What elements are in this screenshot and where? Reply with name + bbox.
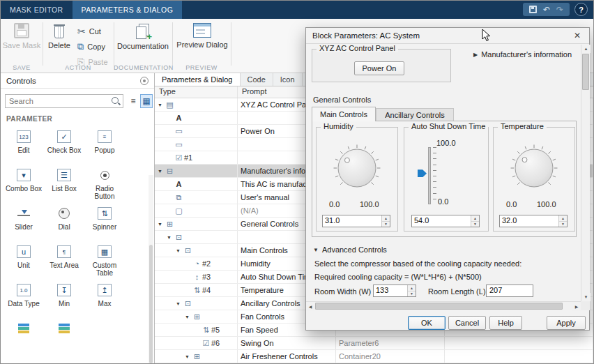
delete-button[interactable]: Delete [44,23,75,50]
parameter-section-label: PARAMETER [6,115,52,123]
palette-item-check-box[interactable]: ✓Check Box [44,126,84,165]
scroll-right-icon[interactable]: ▶ [572,302,581,311]
expand-arrow-icon[interactable]: ▼ [158,222,165,227]
row-type-cell: ▼⊟ [155,165,238,177]
preview-dialog-button[interactable]: Preview Dialog [175,23,229,49]
expand-arrow-icon[interactable]: ▼ [176,301,183,306]
power-on-button[interactable]: Power On [354,61,404,75]
help-button[interactable]: Help [489,316,522,330]
table-row[interactable]: ▼⊞Air Freshener ControlsContainer20 [155,350,593,363]
panel-options-icon[interactable] [140,77,148,85]
scroll-down-icon[interactable]: ▼ [581,293,591,301]
tab-code[interactable]: Code [241,73,273,86]
scrollbar-thumb[interactable] [149,245,153,363]
undo-icon[interactable]: ↶ [543,6,550,14]
documentation-icon [135,23,151,39]
humidity-label: Humidity [321,122,356,130]
temperature-dial[interactable] [505,137,563,196]
palette-item-slider[interactable]: Slider [3,203,44,241]
search-icon[interactable] [111,96,121,106]
palette-item-edit[interactable]: 123Edit [3,126,44,165]
palette-item-stack[interactable] [44,318,84,356]
palette-item-max[interactable]: ↥Max [84,280,125,318]
spin-up-icon[interactable]: ▲ [382,215,390,222]
spin-up-icon[interactable]: ▲ [559,215,567,222]
tab-mask-editor[interactable]: MASK EDITOR [1,1,73,19]
redo-icon[interactable]: ↷ [556,6,563,14]
dialog-vscrollbar[interactable]: ▲ ▼ [581,45,590,301]
spin-down-icon[interactable]: ▼ [471,222,479,227]
expand-arrow-icon[interactable]: ▼ [158,103,165,107]
hscroll-thumb[interactable] [315,303,563,310]
tab-parameters-dialog[interactable]: PARAMETERS & DIALOG [73,1,183,19]
palette-item-combo-box[interactable]: ▾Combo Box [3,165,44,203]
room-length-field[interactable]: 207 [486,285,533,297]
spin-up-icon[interactable]: ▲ [408,285,416,291]
palette-item-unit[interactable]: uUnit [3,241,44,280]
expand-arrow-icon[interactable]: ▼ [167,235,174,240]
help-icon[interactable]: ? [574,3,588,16]
dialog-hscrollbar[interactable]: ◀ ▶ [306,301,581,310]
spin-down-icon[interactable]: ▼ [382,222,390,227]
palette-item-dial[interactable]: Dial [44,203,84,241]
table-row[interactable]: ☑#6Swing OnParameter6 [155,337,593,350]
vscroll-thumb[interactable] [582,54,589,90]
listbox-icon: ☰ [57,168,71,182]
shutdown-slider-thumb[interactable] [418,169,427,177]
palette-item-custom-table[interactable]: ▦Custom Table [84,241,125,280]
tab-icon[interactable]: Icon [273,73,303,86]
copy-button[interactable]: ⧉ Copy [77,40,105,52]
room-width-spinbox[interactable]: 133 ▲▼ [373,285,416,297]
grid-view-button[interactable]: ▦ [140,94,153,108]
ribbon-separator [231,22,231,66]
palette-item-list-box[interactable]: ☰List Box [44,165,84,203]
palette-item-radio-button[interactable]: Radio Button [84,165,125,203]
spin-buttons[interactable]: ▲▼ [558,215,567,227]
slider-track[interactable] [428,147,431,204]
palette-item-data-type[interactable]: 1.0Data Type [3,280,44,318]
cut-button[interactable]: ✂ Cut [77,25,101,37]
spin-buttons[interactable]: ▲▼ [407,285,416,296]
customtable-icon: ▦ [98,245,112,259]
apply-button[interactable]: Apply [547,316,586,330]
spin-down-icon[interactable]: ▼ [559,222,567,227]
save-icon[interactable] [529,6,537,13]
palette-item-spinner[interactable]: ⇅Spinner [84,203,125,241]
cancel-button[interactable]: Cancel [448,316,486,330]
search-input[interactable] [6,97,111,105]
expand-arrow-icon[interactable]: ▼ [158,169,165,174]
list-view-button[interactable]: ≡ [127,94,139,108]
manufacturer-information-section[interactable]: ▶ Manufacturer's information [473,50,572,59]
documentation-button[interactable]: Documentation [116,23,169,50]
humidity-dial[interactable] [328,137,386,196]
palette-item-min[interactable]: ↧Min [44,280,84,318]
scroll-up-icon[interactable]: ▲ [581,45,591,53]
palette-item-stack[interactable] [3,318,44,356]
tab-main-controls[interactable]: Main Controls [312,107,376,121]
palette-scrollbar[interactable] [148,175,153,364]
tab-parameters-and-dialog[interactable]: Parameters & Dialog [155,73,241,86]
spin-down-icon[interactable]: ▼ [408,291,416,297]
dialog-title-bar[interactable]: Block Parameters: AC System ✕ [306,28,589,44]
expand-arrow-icon[interactable]: ▼ [176,248,183,253]
close-icon[interactable]: ✕ [572,31,583,40]
save-mask-button[interactable]: Save Mask [2,23,41,50]
palette-item-popup[interactable]: ≡Popup [84,126,125,165]
spin-up-icon[interactable]: ▲ [471,215,479,222]
humidity-spinbox[interactable]: 31.0 ▲▼ [322,215,390,227]
temperature-spinbox[interactable]: 32.0 ▲▼ [499,215,568,227]
scroll-left-icon[interactable]: ◀ [306,302,314,311]
spin-buttons[interactable]: ▲▼ [381,215,390,227]
param-number: #6 [211,339,220,347]
ok-button[interactable]: OK [408,316,446,330]
advanced-controls-section[interactable]: ▼ Advanced Controls [313,245,387,254]
tab-ancillary-controls[interactable]: Ancillary Controls [376,108,454,121]
palette-item-text-area[interactable]: ¶Text Area [44,241,84,280]
slider-min-label: 0.0 [438,197,448,206]
spin-buttons[interactable]: ▲▼ [471,215,479,227]
expand-arrow-icon[interactable]: ▼ [185,354,192,359]
row-type-cell: ☑#1 [155,151,238,164]
general-controls-label: General Controls [313,96,371,104]
expand-arrow-icon[interactable]: ▼ [185,314,192,319]
shutdown-spinbox[interactable]: 54.0 ▲▼ [411,215,480,227]
